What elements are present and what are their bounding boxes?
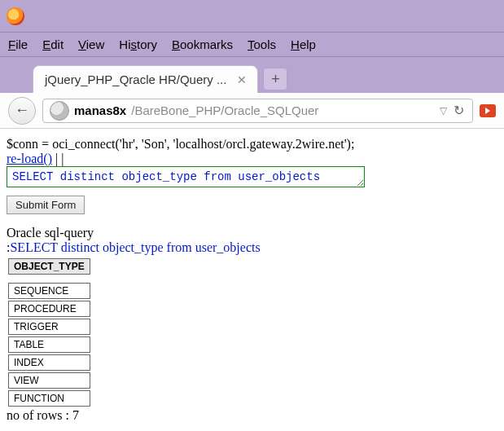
- menu-bar: File Edit View History Bookmarks Tools H…: [0, 33, 504, 57]
- youtube-icon[interactable]: [480, 104, 496, 117]
- close-icon[interactable]: ✕: [234, 73, 249, 87]
- result-title: Oracle sql-query: [7, 226, 497, 240]
- navigation-toolbar: ← manas8x/BareBone_PHP/Oracle_SQLQuer ▽ …: [0, 93, 504, 129]
- menu-history[interactable]: History: [119, 37, 157, 51]
- tab-title: jQuery_PHP_Qracle HR/Query ...: [45, 73, 226, 86]
- reload-trailer: | |: [52, 152, 64, 165]
- table-row: PROCEDURE: [8, 301, 90, 317]
- menu-file[interactable]: File: [8, 37, 28, 51]
- arrow-left-icon: ←: [15, 102, 29, 119]
- result-table: OBJECT_TYPE SEQUENCEPROCEDURETRIGGERTABL…: [7, 257, 92, 408]
- table-cell: PROCEDURE: [8, 301, 90, 317]
- url-host: manas8x: [74, 103, 126, 117]
- table-row: TABLE: [8, 336, 90, 353]
- browser-tab-active[interactable]: jQuery_PHP_Qracle HR/Query ... ✕: [33, 65, 258, 93]
- page-content: $conn = oci_connect('hr', 'Son', 'localh…: [0, 129, 504, 428]
- chevron-down-icon[interactable]: ▽: [440, 105, 447, 117]
- url-path: /BareBone_PHP/Oracle_SQLQuer: [131, 103, 318, 117]
- menu-help[interactable]: Help: [291, 37, 316, 51]
- menu-edit[interactable]: Edit: [42, 37, 64, 51]
- window-titlebar: [0, 0, 504, 33]
- reload-row: re-load() | |: [7, 152, 497, 166]
- col-header-object-type: OBJECT_TYPE: [8, 258, 90, 275]
- menu-view[interactable]: View: [78, 37, 104, 51]
- plus-icon: +: [271, 71, 280, 88]
- menu-tools[interactable]: Tools: [248, 37, 276, 51]
- table-cell: TRIGGER: [8, 319, 90, 335]
- address-bar[interactable]: manas8x/BareBone_PHP/Oracle_SQLQuer ▽ ↻: [42, 99, 473, 123]
- table-row: SEQUENCE: [8, 283, 90, 299]
- table-cell: INDEX: [8, 354, 90, 371]
- reload-link[interactable]: re-load(): [7, 152, 52, 165]
- firefox-logo-icon: [7, 7, 24, 25]
- table-row: VIEW: [8, 372, 90, 389]
- echo-query-line: :SELECT distinct object_type from user_o…: [7, 240, 497, 255]
- spacer: [7, 214, 497, 226]
- menu-bookmarks[interactable]: Bookmarks: [172, 37, 233, 51]
- conn-line: $conn = oci_connect('hr', 'Son', 'localh…: [7, 137, 497, 152]
- tab-strip: jQuery_PHP_Qracle HR/Query ... ✕ +: [0, 57, 504, 93]
- table-cell: FUNCTION: [8, 390, 90, 407]
- toolbar-right: [480, 104, 496, 117]
- new-tab-button[interactable]: +: [263, 68, 287, 90]
- echo-query: SELECT distinct object_type from user_ob…: [10, 240, 260, 254]
- submit-button[interactable]: Submit Form: [7, 196, 85, 214]
- rowcount-line: no of rows : 7: [7, 408, 497, 423]
- table-row: FUNCTION: [8, 390, 90, 407]
- table-row: TRIGGER: [8, 319, 90, 335]
- globe-icon: [50, 101, 69, 121]
- table-cell: VIEW: [8, 372, 90, 389]
- sql-textarea[interactable]: SELECT distinct object_type from user_ob…: [7, 166, 365, 187]
- table-row: INDEX: [8, 354, 90, 371]
- reload-icon[interactable]: ↻: [452, 103, 466, 118]
- table-cell: TABLE: [8, 336, 90, 353]
- back-button[interactable]: ←: [8, 97, 36, 125]
- table-cell: SEQUENCE: [8, 283, 90, 299]
